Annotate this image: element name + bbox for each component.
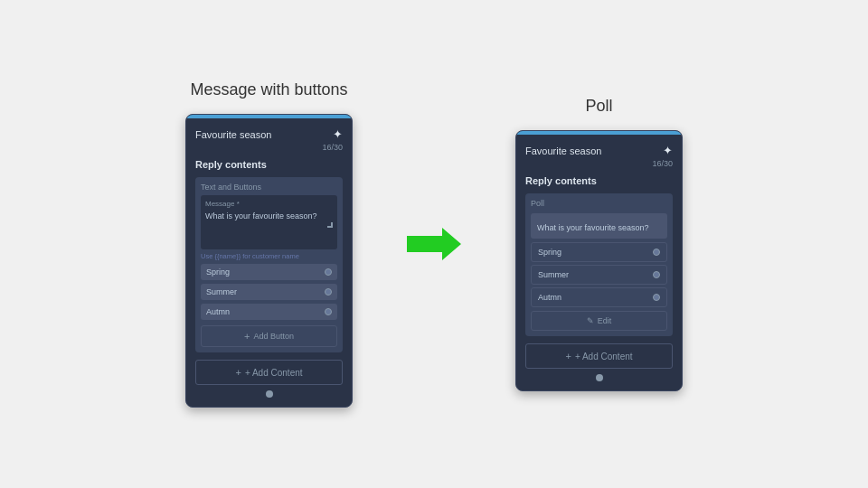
left-card: Favourite season ✦ 16/30 Reply contents …: [185, 114, 353, 408]
edit-text: Edit: [598, 316, 612, 325]
right-poll-summer[interactable]: Summer: [531, 265, 667, 285]
left-summer-circle: [325, 288, 332, 296]
right-autmn-text: Autmn: [538, 293, 561, 302]
right-add-content-plus-icon: +: [565, 351, 571, 361]
right-dot-indicator: [596, 374, 603, 381]
arrow-container: [407, 228, 461, 260]
left-name-hint: Use {{name}} for customer name: [201, 252, 337, 260]
left-add-content-plus-icon: +: [235, 367, 241, 378]
right-poll-autmn[interactable]: Autmn: [531, 287, 667, 307]
left-autmn-circle: [325, 308, 332, 315]
left-spring-label: Spring: [206, 267, 230, 277]
direction-arrow: [407, 228, 461, 260]
right-card-title: Favourite season: [525, 145, 601, 156]
right-card: Favourite season ✦ 16/30 Reply contents …: [515, 130, 683, 391]
left-section-box: Text and Buttons Message * What is your …: [195, 177, 343, 352]
left-message-field[interactable]: Message * What is your favourite season?: [201, 195, 337, 249]
left-dot-indicator: [266, 390, 273, 398]
right-summer-text: Summer: [538, 270, 569, 279]
right-spring-circle: [653, 249, 660, 256]
add-button-text: Add Button: [253, 332, 294, 341]
add-button-plus-icon: +: [244, 331, 250, 342]
left-card-title: Favourite season: [195, 129, 271, 140]
right-add-content-button[interactable]: + + Add Content: [525, 343, 673, 369]
right-poll-question-text: What is your favourite season?: [537, 223, 649, 232]
left-counter: 16/30: [195, 143, 343, 152]
right-autmn-circle: [653, 294, 660, 301]
right-spring-text: Spring: [538, 248, 561, 257]
resize-handle: [327, 222, 333, 228]
right-poll-box: Poll What is your favourite season? Spri…: [525, 193, 673, 336]
left-summer-label: Summer: [206, 287, 237, 296]
right-title: Poll: [585, 97, 612, 116]
right-edit-button[interactable]: ✎ Edit: [531, 311, 667, 331]
left-add-content-text: + Add Content: [245, 368, 303, 378]
right-section: Poll Favourite season ✦ 16/30 Reply cont…: [515, 97, 683, 391]
left-button-autmn[interactable]: Autmn: [201, 304, 337, 320]
right-poll-spring[interactable]: Spring: [531, 242, 667, 262]
left-title: Message with buttons: [190, 80, 347, 99]
right-settings-icon: ✦: [663, 144, 673, 157]
left-section: Message with buttons Favourite season ✦ …: [185, 80, 353, 408]
left-add-content-button[interactable]: + + Add Content: [195, 360, 343, 385]
right-summer-circle: [653, 271, 660, 278]
pencil-icon: ✎: [587, 316, 594, 325]
right-poll-label: Poll: [531, 199, 667, 208]
left-button-spring[interactable]: Spring: [201, 264, 337, 280]
right-reply-label: Reply contents: [525, 175, 673, 186]
left-section-box-label: Text and Buttons: [201, 183, 337, 192]
left-message-text: What is your favourite season?: [205, 211, 333, 222]
left-reply-label: Reply contents: [195, 159, 343, 170]
add-button-row[interactable]: + Add Button: [201, 325, 337, 347]
right-poll-question: What is your favourite season?: [531, 213, 667, 239]
right-counter: 16/30: [525, 159, 673, 168]
left-button-summer[interactable]: Summer: [201, 284, 337, 300]
left-settings-icon: ✦: [333, 127, 343, 141]
left-message-label: Message *: [205, 200, 333, 208]
right-add-content-text: + Add Content: [575, 352, 633, 361]
left-spring-circle: [325, 268, 332, 276]
left-autmn-label: Autmn: [206, 307, 230, 316]
